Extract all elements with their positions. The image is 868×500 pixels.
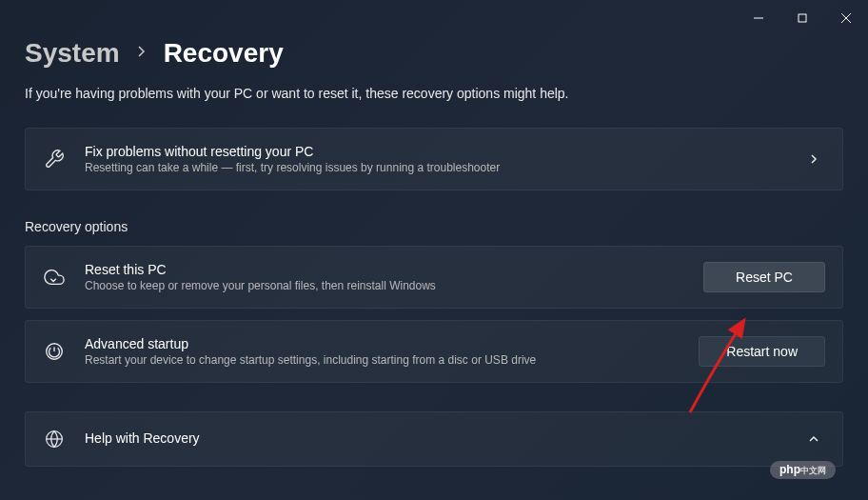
content-area: System Recovery If you're having problem… [0, 30, 868, 467]
maximize-button[interactable] [780, 6, 824, 30]
help-recovery-card[interactable]: Help with Recovery [25, 411, 843, 467]
page-subtitle: If you're having problems with your PC o… [25, 86, 843, 101]
reset-pc-text: Reset this PC Choose to keep or remove y… [85, 262, 703, 292]
breadcrumb-parent[interactable]: System [25, 38, 120, 69]
badge-main: php [779, 463, 800, 476]
chevron-right-icon [137, 45, 147, 62]
breadcrumb: System Recovery [25, 38, 843, 69]
reset-pc-button[interactable]: Reset PC [703, 262, 825, 292]
recovery-options-header: Recovery options [25, 219, 843, 234]
power-options-icon [43, 340, 66, 363]
titlebar [0, 0, 868, 30]
advanced-startup-text: Advanced startup Restart your device to … [85, 336, 699, 367]
fix-problems-title: Fix problems without resetting your PC [85, 144, 802, 159]
fix-problems-text: Fix problems without resetting your PC R… [85, 144, 802, 174]
globe-icon [43, 428, 66, 450]
wrench-icon [43, 148, 66, 170]
chevron-right-icon [802, 153, 825, 165]
help-recovery-title: Help with Recovery [85, 430, 793, 446]
watermark-badge: php中文网 [770, 461, 836, 479]
advanced-startup-title: Advanced startup [85, 336, 699, 351]
breadcrumb-current: Recovery [164, 38, 284, 69]
fix-problems-desc: Resetting can take a while — first, try … [85, 161, 802, 174]
help-recovery-text: Help with Recovery [85, 430, 793, 448]
reset-pc-desc: Choose to keep or remove your personal f… [85, 279, 703, 292]
advanced-startup-desc: Restart your device to change startup se… [85, 353, 699, 367]
advanced-startup-card: Advanced startup Restart your device to … [25, 320, 843, 383]
fix-problems-card[interactable]: Fix problems without resetting your PC R… [25, 128, 843, 190]
chevron-up-icon [802, 435, 825, 443]
restart-now-button[interactable]: Restart now [699, 336, 825, 367]
badge-sub: 中文网 [800, 466, 826, 475]
svg-rect-1 [799, 14, 806, 22]
reset-pc-title: Reset this PC [85, 262, 703, 277]
cloud-reset-icon [43, 266, 66, 289]
close-button[interactable] [824, 6, 868, 30]
minimize-button[interactable] [737, 6, 780, 30]
reset-pc-card: Reset this PC Choose to keep or remove y… [25, 246, 843, 309]
